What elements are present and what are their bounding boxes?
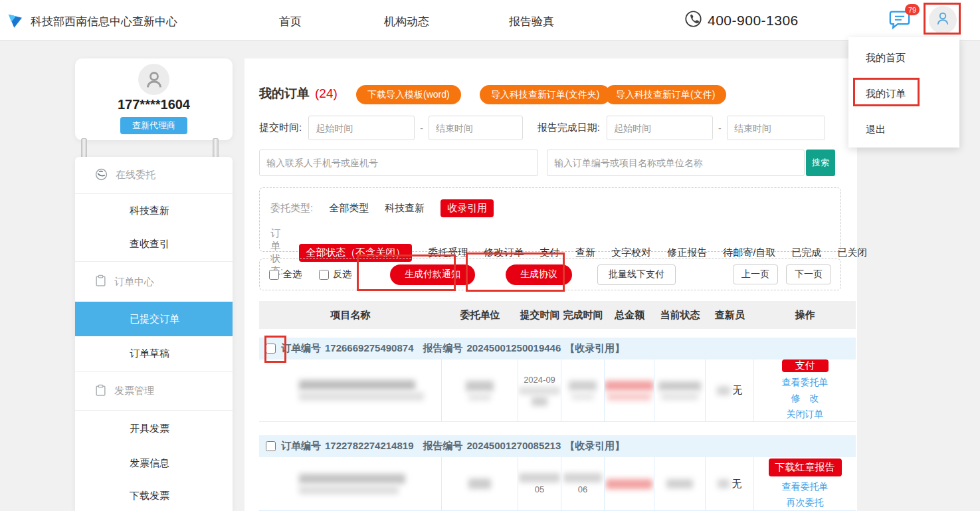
cell-project-name-redacted: [259, 359, 442, 421]
col-actions: 操作: [754, 301, 856, 329]
report-end-date-input[interactable]: [727, 116, 825, 140]
user-icon: [935, 11, 951, 29]
sidebar-item-download-invoice[interactable]: 下载发票: [75, 480, 233, 511]
logo-icon: [5, 9, 25, 33]
avatar: [138, 64, 169, 95]
menu-item-logout[interactable]: 退出: [866, 124, 886, 136]
status-option-done[interactable]: 已完成: [791, 247, 821, 259]
nav-home[interactable]: 首页: [279, 14, 302, 29]
page-title: 我的订单: [259, 85, 310, 102]
sidebar-group-order-center[interactable]: 订单中心: [75, 262, 233, 302]
sidebar-item-issue-invoice[interactable]: 开具发票: [75, 411, 233, 447]
col-client-unit: 委托单位: [442, 301, 518, 329]
menu-item-my-home[interactable]: 我的首页: [866, 52, 906, 64]
cell-status-redacted: [654, 457, 706, 510]
nav-agency-news[interactable]: 机构动态: [384, 14, 429, 29]
message-count-badge: 79: [905, 4, 920, 15]
status-option-mail[interactable]: 待邮寄/自取: [723, 247, 775, 259]
close-order-link[interactable]: 关闭订单: [787, 407, 824, 421]
cell-reviewer: 无: [706, 457, 754, 510]
generate-payment-notice-button[interactable]: 生成付款通知: [390, 264, 475, 285]
profile-card: 177****1604 查新代理商: [75, 58, 233, 140]
cell-reviewer: 无: [706, 359, 754, 421]
sidebar-item-order-drafts[interactable]: 订单草稿: [75, 336, 233, 372]
chat-bubble-icon: [888, 21, 912, 33]
type-option-all[interactable]: 全部类型: [329, 202, 369, 215]
import-order-folder-button[interactable]: 导入科技查新订单(文件夹): [480, 85, 611, 104]
type-option-citation-selected[interactable]: 收录引用: [441, 199, 494, 217]
order-keyword-input[interactable]: [547, 150, 805, 176]
view-order-form-link[interactable]: 查看委托单: [782, 479, 829, 494]
brand-title: 科技部西南信息中心查新中心: [31, 14, 177, 29]
col-submit-time: 提交时间: [518, 301, 561, 329]
order-no-label: 订单编号: [281, 342, 321, 355]
agent-role-button[interactable]: 查新代理商: [120, 117, 187, 134]
status-option-revise[interactable]: 修正报告: [667, 247, 707, 259]
cell-actions: 下载红章报告 查看委托单 再次委托: [754, 457, 856, 510]
sidebar-item-citation-search[interactable]: 查收查引: [75, 227, 233, 262]
nav-report-verify[interactable]: 报告验真: [509, 14, 554, 29]
select-all-checkbox[interactable]: [269, 270, 279, 280]
table-header: 项目名称 委托单位 提交时间 完成时间 总金额 当前状态 查新员 操作: [259, 301, 856, 329]
contact-phone-input[interactable]: [259, 150, 538, 176]
clipboard-icon: [95, 274, 106, 289]
batch-offline-pay-button[interactable]: 批量线下支付: [597, 264, 676, 285]
sidebar-group-online[interactable]: 在线委托: [75, 157, 233, 194]
select-all-control[interactable]: 全选: [269, 268, 302, 280]
col-current-status: 当前状态: [654, 301, 706, 329]
user-account-button[interactable]: [929, 6, 957, 34]
order-row: 05 06 无 下载红章报告 查看委托单 再次委托: [259, 457, 856, 511]
order-group-header: 订单编号 1726669275490874 报告编号 2024500125001…: [259, 338, 856, 359]
status-option-modify[interactable]: 修改订单: [484, 247, 524, 259]
order-row-checkbox[interactable]: [266, 441, 276, 451]
cell-amount-redacted: [605, 457, 654, 510]
type-filter-label: 委托类型:: [270, 202, 313, 215]
next-page-button[interactable]: 下一页: [786, 264, 831, 284]
batch-action-box: 全选 反选 生成付款通知 生成协议 批量线下支付 上一页 下一页: [259, 258, 841, 290]
masked-phone: 177****1604: [75, 97, 233, 112]
col-total-amount: 总金额: [605, 301, 654, 329]
invert-select-control[interactable]: 反选: [319, 268, 351, 280]
type-option-scitech[interactable]: 科技查新: [385, 202, 425, 215]
menu-item-my-orders[interactable]: 我的订单: [866, 88, 906, 100]
user-dropdown-menu: 我的首页 我的订单 退出: [848, 37, 959, 148]
status-option-accepted[interactable]: 委托受理: [428, 247, 468, 259]
submit-end-date-input[interactable]: [429, 116, 523, 140]
status-option-search[interactable]: 查新: [575, 247, 595, 259]
generate-agreement-button[interactable]: 生成协议: [506, 264, 572, 285]
sidebar-item-submitted-orders[interactable]: 已提交订单: [75, 302, 233, 336]
order-type-tag: 【收录引用】: [565, 440, 625, 453]
import-order-file-button[interactable]: 导入科技查新订单(文件): [605, 85, 726, 104]
re-entrust-link[interactable]: 再次委托: [787, 495, 824, 510]
sidebar-item-scitech-search[interactable]: 科技查新: [75, 194, 233, 227]
submit-start-date-input[interactable]: [308, 116, 415, 140]
download-template-button[interactable]: 下载导入模板(word): [356, 85, 461, 104]
status-option-proofread[interactable]: 文字校对: [611, 247, 651, 259]
prev-page-button[interactable]: 上一页: [733, 264, 778, 284]
status-option-pay[interactable]: 支付: [539, 247, 559, 259]
invert-select-checkbox[interactable]: [319, 270, 329, 280]
sidebar-item-invoice-info[interactable]: 发票信息: [75, 447, 233, 480]
cell-complete-time-partial: 06: [561, 457, 605, 510]
cell-complete-time-redacted: [561, 359, 605, 421]
cell-submit-time-partial: 2024-09: [518, 359, 561, 421]
download-stamped-report-button[interactable]: 下载红章报告: [769, 459, 842, 476]
search-button[interactable]: 搜索: [806, 150, 835, 176]
submit-time-label: 提交时间:: [259, 122, 302, 134]
order-row-checkbox[interactable]: [266, 344, 276, 354]
modify-link[interactable]: 修 改: [791, 391, 819, 405]
brand: 科技部西南信息中心查新中心: [5, 9, 177, 33]
report-date-label: 报告完成日期:: [538, 122, 600, 134]
top-header: 科技部西南信息中心查新中心 首页 机构动态 报告验真 400-900-1306 …: [0, 0, 980, 41]
order-no-label: 订单编号: [281, 440, 321, 453]
cell-client-unit-redacted: [442, 359, 518, 421]
report-start-date-input[interactable]: [607, 116, 713, 140]
sidebar-group-invoice[interactable]: 发票管理: [75, 372, 233, 411]
view-order-form-link[interactable]: 查看委托单: [782, 375, 829, 389]
status-option-closed[interactable]: 已关闭: [837, 247, 867, 259]
order-type-tag: 【收录引用】: [565, 342, 625, 355]
pay-button[interactable]: 支付: [782, 359, 829, 372]
messages-button[interactable]: 79: [888, 8, 914, 33]
col-reviewer: 查新员: [706, 301, 754, 329]
report-no-label: 报告编号: [423, 342, 462, 355]
